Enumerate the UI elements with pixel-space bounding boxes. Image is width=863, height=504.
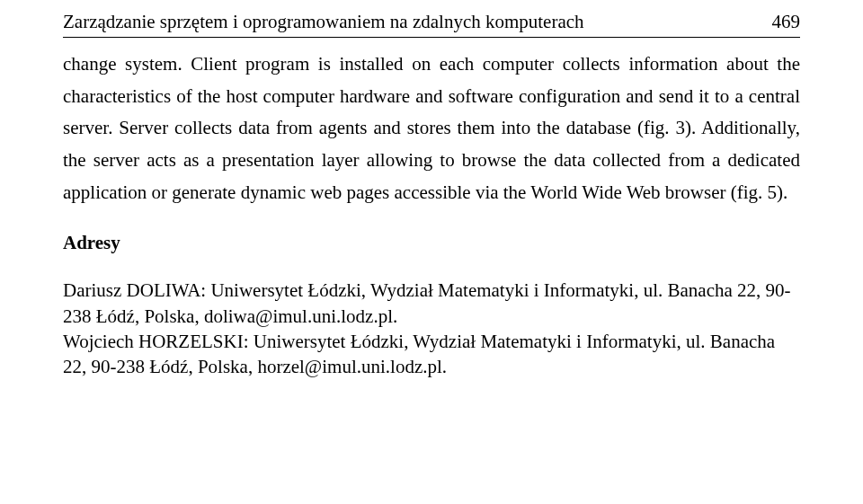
body-paragraph: change system. Client program is install… (63, 49, 800, 208)
address-entry: Dariusz DOLIWA: Uniwersytet Łódzki, Wydz… (63, 278, 800, 329)
header-rule (63, 37, 800, 38)
running-title: Zarządzanie sprzętem i oprogramowaniem n… (63, 11, 584, 33)
address-entry: Wojciech HORZELSKI: Uniwersytet Łódzki, … (63, 329, 800, 380)
page-number: 469 (772, 11, 801, 33)
page-header: Zarządzanie sprzętem i oprogramowaniem n… (63, 11, 800, 33)
addresses-heading: Adresy (63, 232, 800, 254)
page-container: Zarządzanie sprzętem i oprogramowaniem n… (0, 0, 863, 398)
